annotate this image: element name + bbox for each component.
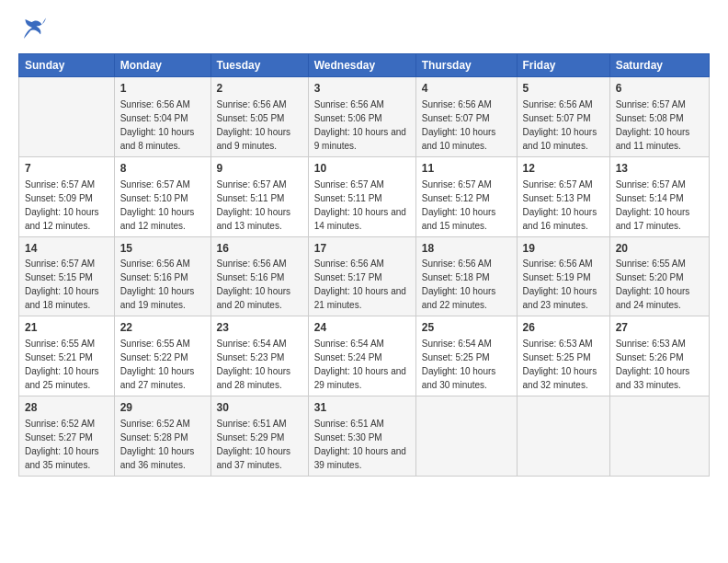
daylight-text: Daylight: 10 hours and 10 minutes. [523,127,597,151]
day-cell: 21Sunrise: 6:55 AMSunset: 5:21 PMDayligh… [19,316,115,396]
day-number: 29 [120,400,205,416]
day-cell: 4Sunrise: 6:56 AMSunset: 5:07 PMDaylight… [415,77,517,157]
sunrise-text: Sunrise: 6:56 AM [523,99,593,109]
day-number: 25 [422,320,511,336]
week-row-1: 7Sunrise: 6:57 AMSunset: 5:09 PMDaylight… [19,156,710,236]
day-number: 9 [217,161,302,177]
daylight-text: Daylight: 10 hours and 32 minutes. [523,366,597,390]
day-number: 12 [523,161,604,177]
sunrise-text: Sunrise: 6:54 AM [422,339,492,349]
daylight-text: Daylight: 10 hours and 29 minutes. [314,366,406,390]
sunrise-text: Sunrise: 6:56 AM [217,99,287,109]
day-number: 16 [217,241,302,257]
header-cell-wednesday: Wednesday [308,54,415,77]
day-cell: 16Sunrise: 6:56 AMSunset: 5:16 PMDayligh… [210,236,308,316]
sunrise-text: Sunrise: 6:56 AM [422,99,492,109]
day-number: 13 [616,161,703,177]
day-number: 23 [217,320,302,336]
sunrise-text: Sunrise: 6:57 AM [422,179,492,190]
day-cell: 5Sunrise: 6:56 AMSunset: 5:07 PMDaylight… [517,77,609,157]
daylight-text: Daylight: 10 hours and 19 minutes. [120,286,195,310]
day-cell: 2Sunrise: 6:56 AMSunset: 5:05 PMDaylight… [210,77,308,157]
daylight-text: Daylight: 10 hours and 20 minutes. [217,286,291,310]
sunrise-text: Sunrise: 6:57 AM [523,179,593,190]
day-cell: 1Sunrise: 6:56 AMSunset: 5:04 PMDaylight… [114,77,210,157]
sunrise-text: Sunrise: 6:53 AM [616,339,686,349]
sunset-text: Sunset: 5:12 PM [422,193,490,203]
sunset-text: Sunset: 5:30 PM [314,432,382,442]
daylight-text: Daylight: 10 hours and 36 minutes. [120,446,195,470]
sunrise-text: Sunrise: 6:56 AM [314,259,384,269]
day-cell [19,77,115,157]
daylight-text: Daylight: 10 hours and 33 minutes. [616,366,690,390]
sunset-text: Sunset: 5:20 PM [616,272,684,282]
sunrise-text: Sunrise: 6:53 AM [523,339,593,349]
day-number: 14 [25,241,108,257]
sunrise-text: Sunrise: 6:56 AM [217,259,287,269]
sunrise-text: Sunrise: 6:52 AM [25,419,95,429]
sunrise-text: Sunrise: 6:57 AM [25,259,95,269]
day-number: 21 [25,320,108,336]
day-cell: 12Sunrise: 6:57 AMSunset: 5:13 PMDayligh… [517,156,609,236]
day-number: 31 [314,400,410,416]
daylight-text: Daylight: 10 hours and 30 minutes. [422,366,496,390]
day-cell: 17Sunrise: 6:56 AMSunset: 5:17 PMDayligh… [308,236,415,316]
sunrise-text: Sunrise: 6:57 AM [616,99,686,109]
day-cell [517,396,609,477]
daylight-text: Daylight: 10 hours and 9 minutes. [217,127,291,151]
sunset-text: Sunset: 5:23 PM [217,352,285,362]
day-number: 28 [25,400,108,416]
day-cell: 22Sunrise: 6:55 AMSunset: 5:22 PMDayligh… [114,316,210,396]
day-cell: 14Sunrise: 6:57 AMSunset: 5:15 PMDayligh… [19,236,115,316]
week-row-3: 21Sunrise: 6:55 AMSunset: 5:21 PMDayligh… [19,316,710,396]
day-cell: 26Sunrise: 6:53 AMSunset: 5:25 PMDayligh… [517,316,609,396]
calendar-table: SundayMondayTuesdayWednesdayThursdayFrid… [18,53,710,477]
sunset-text: Sunset: 5:29 PM [217,432,285,442]
day-cell: 11Sunrise: 6:57 AMSunset: 5:12 PMDayligh… [415,156,517,236]
daylight-text: Daylight: 10 hours and 28 minutes. [217,366,291,390]
daylight-text: Daylight: 10 hours and 10 minutes. [422,127,496,151]
daylight-text: Daylight: 10 hours and 17 minutes. [616,207,690,231]
sunrise-text: Sunrise: 6:56 AM [314,99,384,109]
daylight-text: Daylight: 10 hours and 23 minutes. [523,286,597,310]
day-cell: 10Sunrise: 6:57 AMSunset: 5:11 PMDayligh… [308,156,415,236]
day-number: 17 [314,241,410,257]
day-number: 7 [25,161,108,177]
day-number: 19 [523,241,604,257]
sunrise-text: Sunrise: 6:56 AM [120,259,190,269]
sunset-text: Sunset: 5:08 PM [616,113,684,123]
daylight-text: Daylight: 10 hours and 14 minutes. [314,207,406,231]
sunset-text: Sunset: 5:18 PM [422,272,490,282]
day-number: 6 [616,81,703,97]
sunrise-text: Sunrise: 6:57 AM [314,179,384,190]
sunset-text: Sunset: 5:05 PM [217,113,285,123]
sunset-text: Sunset: 5:11 PM [314,193,382,203]
header-cell-friday: Friday [517,54,609,77]
sunset-text: Sunset: 5:16 PM [120,272,188,282]
day-cell: 9Sunrise: 6:57 AMSunset: 5:11 PMDaylight… [210,156,308,236]
daylight-text: Daylight: 10 hours and 16 minutes. [523,207,597,231]
sunset-text: Sunset: 5:16 PM [217,272,285,282]
sunrise-text: Sunrise: 6:55 AM [25,339,95,349]
day-cell: 27Sunrise: 6:53 AMSunset: 5:26 PMDayligh… [609,316,709,396]
day-number: 10 [314,161,410,177]
week-row-2: 14Sunrise: 6:57 AMSunset: 5:15 PMDayligh… [19,236,710,316]
sunset-text: Sunset: 5:28 PM [120,432,188,442]
sunset-text: Sunset: 5:26 PM [616,352,684,362]
sunset-text: Sunset: 5:07 PM [523,113,591,123]
day-cell: 29Sunrise: 6:52 AMSunset: 5:28 PMDayligh… [114,396,210,477]
day-cell [609,396,709,477]
sunrise-text: Sunrise: 6:55 AM [120,339,190,349]
daylight-text: Daylight: 10 hours and 25 minutes. [25,366,99,390]
sunrise-text: Sunrise: 6:56 AM [523,259,593,269]
daylight-text: Daylight: 10 hours and 8 minutes. [120,127,195,151]
day-number: 3 [314,81,410,97]
header-cell-monday: Monday [114,54,210,77]
sunrise-text: Sunrise: 6:57 AM [217,179,287,190]
sunset-text: Sunset: 5:04 PM [120,113,188,123]
daylight-text: Daylight: 10 hours and 24 minutes. [616,286,690,310]
day-cell: 15Sunrise: 6:56 AMSunset: 5:16 PMDayligh… [114,236,210,316]
header-cell-tuesday: Tuesday [210,54,308,77]
daylight-text: Daylight: 10 hours and 11 minutes. [616,127,690,151]
sunrise-text: Sunrise: 6:56 AM [422,259,492,269]
